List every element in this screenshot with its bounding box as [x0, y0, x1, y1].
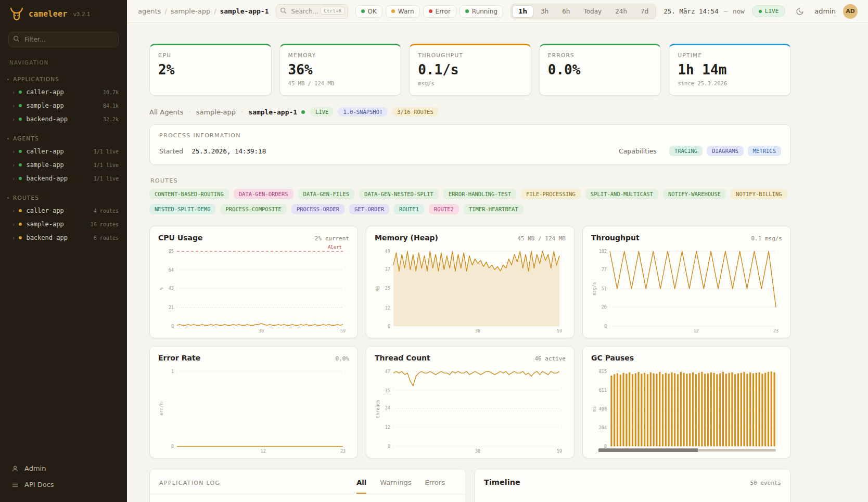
sidebar-section-title-routes[interactable]: ROUTES	[0, 191, 127, 204]
stat-sub: msg/s	[418, 80, 522, 86]
filter-error[interactable]: Error	[423, 5, 456, 18]
svg-text:12: 12	[385, 424, 390, 430]
dark-mode-toggle[interactable]	[793, 4, 807, 19]
sidebar-item-routes-caller-app[interactable]: ›caller-app4 routes	[0, 204, 127, 217]
sidebar-item-label: backend-app	[26, 175, 67, 182]
route-chip-route1[interactable]: ROUTE1	[394, 204, 424, 214]
route-chip-process-composite[interactable]: PROCESS-COMPOSITE	[220, 204, 286, 214]
route-chip-split-and-multicast[interactable]: SPLIT-AND-MULTICAST	[585, 189, 658, 199]
route-chip-get-order[interactable]: GET-ORDER	[349, 204, 389, 214]
chart-title: CPU Usage	[158, 234, 202, 242]
sidebar-item-label: sample-app	[26, 221, 63, 228]
range-1h[interactable]: 1h	[512, 5, 533, 18]
route-chip-notify-billing[interactable]: NOTIFY-BILLING	[731, 189, 787, 199]
routes-section-title: ROUTES	[150, 177, 791, 184]
svg-text:12: 12	[694, 328, 699, 333]
stat-value: 1h 14m	[678, 63, 782, 76]
date-range-display[interactable]: 25. März 14:54 — now	[663, 7, 744, 15]
filter-dot-icon	[361, 9, 365, 13]
route-chip-nested-split-demo[interactable]: NESTED-SPLIT-DEMO	[149, 204, 215, 214]
route-chip-data-gen-orders[interactable]: DATA-GEN-ORDERS	[234, 189, 293, 199]
moon-icon	[796, 7, 804, 16]
chart-title: Memory (Heap)	[375, 234, 438, 242]
route-chip-data-gen-files[interactable]: DATA-GEN-FILES	[298, 189, 355, 199]
stat-label: UPTIME	[678, 52, 782, 58]
sidebar-section-title-agents[interactable]: AGENTS	[0, 132, 127, 145]
sidebar-filter-input[interactable]	[8, 32, 119, 47]
chart-svg: 8156114082040ms	[591, 364, 782, 455]
sidebar-sections: APPLICATIONS›caller-app10.7k›sample-app8…	[0, 67, 127, 244]
context-link-all-agents[interactable]: All Agents	[149, 108, 184, 116]
route-chip-notify-warehouse[interactable]: NOTIFY-WAREHOUSE	[663, 189, 726, 199]
route-chip-route2[interactable]: ROUTE2	[429, 204, 459, 214]
sidebar-item-agents-sample-app[interactable]: ›sample-app1/1 live	[0, 158, 127, 172]
date-range-start: 25. März 14:54	[663, 7, 718, 15]
route-chip-content-based-routing[interactable]: CONTENT-BASED-ROUTING	[149, 189, 229, 199]
sidebar-item-applications-backend-app[interactable]: ›backend-app32.2k	[0, 112, 127, 126]
route-chip-timer-heartbeat[interactable]: TIMER-HEARTBEAT	[464, 204, 524, 214]
breadcrumb-agents[interactable]: agents	[138, 7, 161, 15]
filter-label: Warn	[398, 8, 414, 15]
stat-sub: 45 MB / 124 MB	[288, 80, 393, 86]
range-3h[interactable]: 3h	[534, 5, 555, 18]
charts-grid: CPU Usage2% current856443210%3059AlertMe…	[149, 226, 791, 458]
svg-text:0: 0	[604, 324, 607, 329]
svg-text:msg/s: msg/s	[592, 282, 597, 295]
sidebar-item-agents-backend-app[interactable]: ›backend-app1/1 live	[0, 172, 127, 185]
route-chip-error-handling-test[interactable]: ERROR-HANDLING-TEST	[443, 189, 516, 199]
svg-text:23: 23	[340, 448, 346, 454]
svg-text:30: 30	[259, 328, 264, 333]
svg-text:12: 12	[261, 448, 266, 454]
footer-item-admin[interactable]: Admin	[0, 460, 127, 477]
route-chip-data-gen-nested-split[interactable]: DATA-GEN-NESTED-SPLIT	[359, 189, 439, 199]
chevron-right-icon: ›	[12, 175, 15, 182]
footer-item-api-docs[interactable]: API Docs	[0, 477, 127, 493]
filter-warn[interactable]: Warn	[386, 5, 420, 18]
sidebar-item-badge: 32.2k	[103, 117, 119, 122]
log-tab-errors[interactable]: Errors	[425, 479, 445, 494]
svg-text:1: 1	[171, 369, 174, 374]
stat-card-uptime: UPTIME1h 14msince 25.3.2026	[669, 44, 791, 96]
sidebar-item-routes-sample-app[interactable]: ›sample-app16 routes	[0, 217, 127, 231]
chart-svg: 473524120threads3059	[375, 364, 566, 455]
sidebar-item-applications-sample-app[interactable]: ›sample-app84.1k	[0, 99, 127, 112]
log-tab-all[interactable]: All	[356, 479, 366, 494]
chart-canvas: 8156114082040ms	[591, 364, 782, 455]
status-dot-icon	[19, 150, 22, 153]
chevron-right-icon: ›	[12, 235, 15, 241]
context-link-sample-app[interactable]: sample-app	[196, 108, 236, 116]
sidebar-section-agents: AGENTS›caller-app1/1 live›sample-app1/1 …	[0, 132, 127, 185]
svg-text:26: 26	[602, 304, 607, 310]
chevron-right-icon: ›	[12, 116, 15, 123]
avatar[interactable]: AD	[843, 4, 858, 19]
chart-title: Thread Count	[375, 354, 430, 362]
breadcrumb-sample-app[interactable]: sample-app	[171, 7, 210, 15]
svg-text:47: 47	[385, 369, 390, 374]
chart-canvas: 856443210%3059Alert	[158, 244, 349, 334]
range-today[interactable]: Today	[577, 5, 608, 18]
sidebar-item-badge: 1/1 live	[94, 149, 119, 155]
sidebar-item-applications-caller-app[interactable]: ›caller-app10.7k	[0, 85, 127, 99]
route-chip-file-processing[interactable]: FILE-PROCESSING	[521, 189, 581, 199]
live-toggle[interactable]: LIVE	[752, 5, 786, 17]
range-24h[interactable]: 24h	[609, 5, 633, 18]
status-dot-icon	[19, 223, 22, 226]
filter-running[interactable]: Running	[459, 5, 503, 18]
chevron-right-icon: ›	[12, 148, 15, 155]
filter-dot-icon	[429, 9, 432, 13]
chart-metric: 0.0%	[336, 355, 350, 362]
log-tab-warnings[interactable]: Warnings	[380, 479, 411, 494]
sidebar-item-routes-backend-app[interactable]: ›backend-app6 routes	[0, 231, 127, 244]
range-6h[interactable]: 6h	[556, 5, 576, 18]
timeline-header: Timeline 50 events	[475, 469, 790, 486]
svg-text:77: 77	[602, 267, 607, 272]
sidebar-section-title-applications[interactable]: APPLICATIONS	[0, 73, 127, 85]
filter-ok[interactable]: OK	[355, 5, 382, 18]
range-7d[interactable]: 7d	[634, 5, 655, 18]
route-chip-process-order[interactable]: PROCESS-ORDER	[291, 204, 344, 214]
footer-item-label: API Docs	[24, 481, 54, 488]
navigation-label: NAVIGATION	[0, 49, 127, 67]
sidebar-item-agents-caller-app[interactable]: ›caller-app1/1 live	[0, 145, 127, 158]
app-root: cameleer v3.2.1 NAVIGATION APPLICATIONS›…	[0, 0, 868, 502]
status-dot-icon	[19, 177, 22, 180]
